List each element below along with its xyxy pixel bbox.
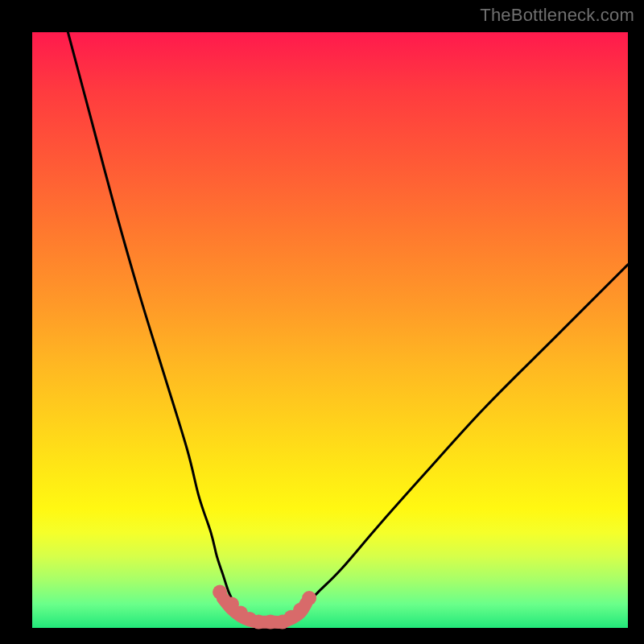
chart-line-left-branch: [68, 32, 252, 622]
plot-area: [32, 32, 628, 628]
curves-svg: [32, 32, 628, 628]
watermark-text: TheBottleneck.com: [480, 5, 634, 26]
chart-line-right-branch: [283, 265, 628, 622]
chart-frame: TheBottleneck.com: [0, 0, 644, 644]
